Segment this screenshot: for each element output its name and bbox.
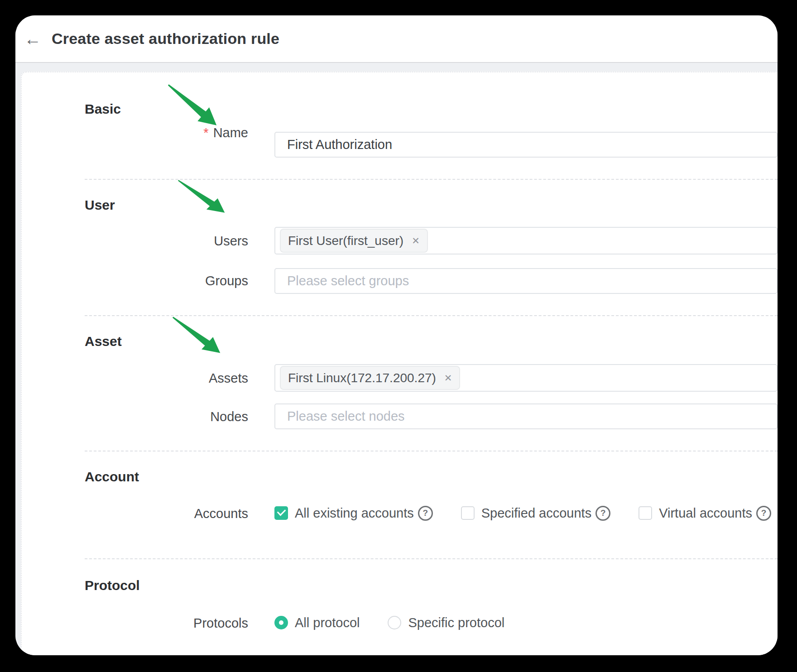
checkbox-checked-icon[interactable] <box>274 506 288 520</box>
checkbox-label: Specified accounts <box>481 506 591 521</box>
groups-select[interactable] <box>274 268 778 294</box>
checkbox-unchecked-icon[interactable] <box>461 506 475 520</box>
section-divider <box>85 451 778 451</box>
section-heading-user: User <box>85 197 115 213</box>
help-question-icon[interactable]: ? <box>418 506 433 521</box>
page-title: Create asset authorization rule <box>52 30 279 48</box>
help-question-icon[interactable]: ? <box>595 506 610 521</box>
annotation-arrow-name <box>167 83 218 127</box>
radio-label: Specific protocol <box>408 615 504 630</box>
form-panel <box>21 72 778 655</box>
assets-field-label: Assets <box>85 371 248 386</box>
section-heading-account: Account <box>85 469 139 485</box>
nodes-select[interactable] <box>274 403 778 429</box>
checkbox-unchecked-icon[interactable] <box>639 506 652 520</box>
checkbox-specified-accounts[interactable]: Specified accounts ? <box>461 506 610 521</box>
help-question-icon[interactable]: ? <box>756 506 771 521</box>
back-arrow-icon[interactable]: ← <box>23 30 43 48</box>
radio-label: All protocol <box>295 615 360 630</box>
radio-specific-protocol[interactable]: Specific protocol <box>388 615 504 630</box>
protocols-options-row: All protocol Specific protocol <box>274 610 504 635</box>
accounts-field-label: Accounts <box>85 506 248 521</box>
users-select[interactable]: First User(first_user) ✕ <box>274 227 778 254</box>
assets-tag-label: First Linux(172.17.200.27) <box>288 371 436 385</box>
nodes-field-label: Nodes <box>85 409 248 424</box>
groups-select-field[interactable] <box>275 274 777 288</box>
section-divider <box>85 558 778 559</box>
required-asterisk: * <box>203 125 208 140</box>
name-field-label: *Name <box>85 125 248 140</box>
tag-remove-icon[interactable]: ✕ <box>412 236 420 245</box>
accounts-options-row: All existing accounts ? Specified accoun… <box>274 500 771 526</box>
protocols-field-label: Protocols <box>85 616 248 631</box>
section-heading-asset: Asset <box>85 334 122 349</box>
assets-select[interactable]: First Linux(172.17.200.27) ✕ <box>274 364 778 392</box>
name-input-field[interactable] <box>275 137 777 152</box>
checkbox-virtual-accounts[interactable]: Virtual accounts ? <box>639 506 771 521</box>
screenshot-stage: ← Create asset authorization rule Basic … <box>0 0 797 672</box>
nodes-select-field[interactable] <box>275 409 777 424</box>
checkbox-all-existing-accounts[interactable]: All existing accounts ? <box>274 506 433 521</box>
section-heading-basic: Basic <box>85 101 121 117</box>
radio-all-protocol[interactable]: All protocol <box>274 615 360 630</box>
section-heading-protocol: Protocol <box>85 578 140 593</box>
radio-unselected-icon[interactable] <box>388 616 401 629</box>
annotation-arrow-users <box>177 179 226 214</box>
assets-selected-tag[interactable]: First Linux(172.17.200.27) ✕ <box>280 366 460 390</box>
checkbox-label: Virtual accounts <box>659 506 752 521</box>
tag-remove-icon[interactable]: ✕ <box>444 373 452 383</box>
checkbox-label: All existing accounts <box>295 506 414 521</box>
page-header: ← Create asset authorization rule <box>15 15 778 63</box>
annotation-arrow-assets <box>171 316 222 354</box>
name-input[interactable] <box>274 132 778 158</box>
users-tag-label: First User(first_user) <box>288 234 403 248</box>
app-window: ← Create asset authorization rule Basic … <box>15 15 778 655</box>
groups-field-label: Groups <box>85 274 248 288</box>
users-selected-tag[interactable]: First User(first_user) ✕ <box>280 229 428 253</box>
radio-selected-icon[interactable] <box>274 616 288 629</box>
users-field-label: Users <box>85 234 248 249</box>
